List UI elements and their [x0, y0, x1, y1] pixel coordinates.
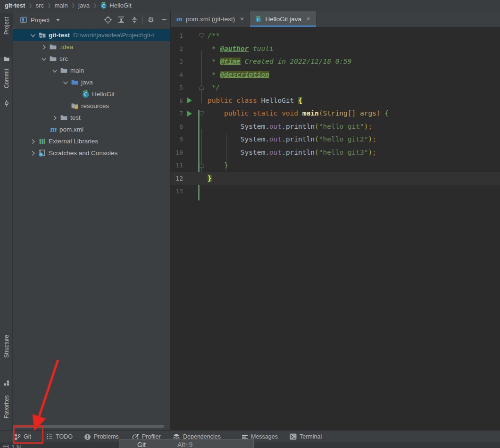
tab-pom-xml[interactable]: pom.xml (git-test) ✕	[171, 11, 250, 27]
stripe-tab-commit[interactable]: Commit	[0, 69, 13, 88]
tree-row-git-test[interactable]: git-test D:\work\javaidea\Project\git-t	[13, 29, 171, 41]
class-icon	[255, 16, 262, 23]
code-token: )	[368, 135, 373, 143]
folder-icon	[49, 43, 57, 51]
code-token	[208, 123, 241, 130]
stripe-tab-structure[interactable]: Structure	[0, 335, 13, 358]
scratches-icon	[38, 149, 46, 157]
code-token: System.	[241, 149, 269, 156]
tree-row-external-libraries[interactable]: External Libraries	[13, 135, 171, 147]
run-icon[interactable]	[183, 98, 195, 103]
stripe-tab-structure-label: Structure	[3, 335, 10, 358]
fold-marker-collapse[interactable]	[195, 33, 208, 38]
code-token: (	[315, 135, 319, 143]
tree-row-resources[interactable]: resources	[13, 100, 171, 112]
chevron-right-icon[interactable]	[40, 43, 48, 51]
left-toolwindow-stripe: Project Commit Structure Favorites ★	[0, 11, 13, 448]
code-token: out	[269, 123, 282, 130]
stripe-tab-project-label: Project	[3, 17, 10, 34]
line-number: 2	[171, 45, 183, 52]
expand-all-icon[interactable]	[115, 16, 128, 24]
popup-git-label: Git	[137, 441, 146, 448]
breadcrumb-item-class[interactable]: HelloGit	[109, 2, 131, 9]
chevron-right-icon[interactable]	[29, 138, 37, 145]
code-token: )	[376, 109, 384, 117]
chevron-down-icon[interactable]	[29, 32, 37, 39]
line-number: 5	[171, 84, 183, 91]
locate-icon[interactable]	[101, 16, 115, 24]
caret-down-icon[interactable]	[56, 19, 60, 21]
code-token: public static void	[224, 109, 302, 117]
tree-row-java[interactable]: java	[13, 76, 171, 88]
commit-icon	[3, 100, 10, 107]
breadcrumb-item-src[interactable]: src	[36, 2, 44, 9]
project-folder-icon	[38, 31, 46, 39]
tab-hellogit-java[interactable]: HelloGit.java ✕	[250, 11, 317, 27]
horizontal-scrollbar[interactable]	[14, 425, 164, 428]
chevron-down-icon[interactable]	[51, 67, 58, 75]
code-token: "hello git"	[319, 123, 364, 130]
tree-row-test[interactable]: test	[13, 112, 171, 124]
chevron-down-icon[interactable]	[40, 55, 48, 63]
gear-icon[interactable]: ⚙	[144, 16, 158, 24]
toolwindow-button-label: Terminal	[300, 433, 322, 440]
code-token: )	[364, 123, 368, 130]
fold-marker-end[interactable]	[195, 163, 208, 168]
code-token: System.	[241, 135, 269, 143]
toolwindow-button-label: Problems	[94, 433, 119, 440]
stripe-tab-project[interactable]: Project	[0, 17, 13, 34]
tree-row-idea[interactable]: .idea	[13, 41, 171, 53]
run-icon[interactable]	[183, 111, 195, 116]
tree-row-hellogit[interactable]: HelloGit	[13, 88, 171, 100]
breadcrumb-item-project[interactable]: git-test	[5, 2, 25, 9]
toolwindow-popup[interactable]: Git Alt+9	[119, 439, 254, 448]
toolwindow-button-todo[interactable]: TODO	[46, 431, 73, 443]
chevron-right-icon[interactable]	[51, 114, 58, 122]
code-token: .println	[282, 149, 315, 156]
tree-row-scratches[interactable]: Scratches and Consoles	[13, 147, 171, 159]
tree-label: java	[81, 79, 93, 86]
fold-marker-collapse[interactable]	[195, 111, 208, 116]
window-icon	[3, 445, 8, 448]
code-token: }	[208, 174, 212, 182]
problems-icon	[84, 433, 91, 440]
code-token: "hello git3"	[319, 149, 368, 156]
project-view-title[interactable]: Project	[31, 17, 50, 24]
breadcrumb-item-java[interactable]: java	[78, 2, 90, 9]
close-icon[interactable]: ✕	[305, 15, 311, 23]
line-number: 1	[171, 32, 183, 39]
code-editor[interactable]: 1 /** 2 * @author tuuli 3 * @time Create…	[171, 27, 500, 430]
close-icon[interactable]: ✕	[239, 15, 245, 23]
todo-icon	[46, 433, 53, 440]
code-token	[208, 135, 241, 143]
chevron-right-icon: ❯	[47, 3, 51, 8]
chevron-down-icon[interactable]	[62, 79, 69, 86]
breadcrumb-item-main[interactable]: main	[54, 2, 67, 9]
tree-row-main[interactable]: main	[13, 65, 171, 76]
code-token: }	[224, 161, 228, 169]
editor-tab-bar: pom.xml (git-test) ✕ HelloGit.java ✕	[171, 11, 500, 27]
popup-shortcut-label: Alt+9	[177, 441, 192, 448]
tree-label: git-test	[49, 32, 70, 39]
code-line: 9 System.out.println("hello git2");	[171, 133, 500, 146]
code-token: */	[208, 83, 220, 91]
tree-row-src[interactable]: src	[13, 53, 171, 65]
code-token: main	[302, 109, 319, 117]
toolwindow-button-problems[interactable]: Problems	[84, 431, 119, 443]
code-line: 4 * @description	[171, 68, 500, 82]
code-token: ;	[372, 149, 376, 156]
chevron-right-icon: ❯	[71, 3, 75, 8]
tree-row-pom[interactable]: pom.xml	[13, 124, 171, 135]
stripe-tab-favorites[interactable]: Favorites	[0, 395, 13, 418]
code-token: *	[208, 58, 220, 65]
fold-marker-end[interactable]	[195, 85, 208, 90]
chevron-right-icon[interactable]	[29, 149, 37, 157]
toolwindow-button-terminal[interactable]: Terminal	[290, 431, 322, 443]
hide-icon[interactable]	[158, 17, 171, 23]
tree-label: External Libraries	[49, 138, 98, 145]
code-token: out	[269, 135, 282, 143]
collapse-all-icon[interactable]	[128, 16, 141, 24]
terminal-icon	[290, 433, 297, 440]
code-text: * @author tuuli	[208, 42, 274, 56]
toolwindow-button-git[interactable]: Git	[14, 431, 31, 443]
